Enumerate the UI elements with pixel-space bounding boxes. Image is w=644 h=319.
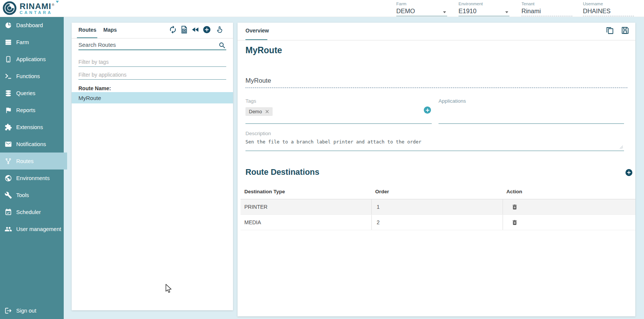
registered-mark: ®: [52, 3, 55, 7]
route-list-item-selected[interactable]: MyRoute: [72, 92, 233, 103]
column-header-action: Action: [503, 184, 635, 199]
logout-icon: [5, 307, 12, 314]
chevron-down-icon: [505, 11, 508, 15]
brand-check-icon: [56, 1, 59, 5]
save-icon[interactable]: [621, 26, 630, 35]
main-content: Routes Maps: [64, 17, 644, 319]
hand-pointer-icon[interactable]: [215, 25, 224, 34]
tag-filter-input[interactable]: [78, 57, 226, 66]
detail-toolbar: [605, 26, 630, 35]
search-field: [78, 40, 226, 50]
sidebar-item-environments[interactable]: Environments: [0, 170, 64, 186]
trash-icon[interactable]: [511, 219, 518, 226]
username-field: Username DHAINES: [583, 2, 634, 16]
refresh-icon[interactable]: [168, 25, 177, 34]
tags-field: Tags Demo: [245, 98, 432, 116]
sidebar-item-notifications[interactable]: Notifications: [0, 136, 64, 153]
server-stack-icon: [5, 39, 12, 46]
add-circle-icon[interactable]: [202, 25, 211, 34]
destinations-table: Destination Type Order Action PRINTER 1 …: [241, 184, 635, 230]
excel-export-icon[interactable]: [179, 25, 189, 34]
tab-overview[interactable]: Overview: [245, 28, 269, 34]
copy-icon[interactable]: [605, 26, 614, 35]
tag-chip: Demo: [245, 107, 273, 116]
sidebar: Dashboard Farm Applications Functions Qu: [0, 17, 64, 319]
brand-subname: CANTARA: [20, 10, 55, 15]
globe-icon: [5, 174, 12, 182]
calendar-check-icon: [5, 208, 12, 216]
farm-select[interactable]: DEMO: [396, 6, 447, 16]
sidebar-item-label: Sign out: [16, 308, 36, 314]
route-list-header: Route Name:: [78, 85, 111, 91]
routes-list-panel: Routes Maps: [72, 23, 233, 310]
brand-name: RINAMI®: [20, 1, 55, 10]
cell-destination-type: PRINTER: [241, 199, 371, 214]
tabs-divider: [238, 40, 635, 40]
sidebar-item-label: Dashboard: [16, 22, 43, 28]
sidebar-item-scheduler[interactable]: Scheduler: [0, 203, 64, 220]
add-destination-icon[interactable]: [625, 168, 633, 177]
sidebar-item-user-management[interactable]: User management: [0, 220, 64, 237]
sidebar-item-label: Environments: [16, 175, 50, 181]
brand-logo: RINAMI® CANTARA: [2, 1, 55, 15]
search-input[interactable]: [78, 40, 218, 49]
brand-swirl-icon: [2, 1, 17, 15]
trash-icon[interactable]: [511, 203, 518, 210]
tab-maps[interactable]: Maps: [103, 27, 117, 33]
farm-field: Farm DEMO: [396, 2, 447, 16]
sidebar-item-label: Reports: [16, 107, 35, 113]
sidebar-item-sign-out[interactable]: Sign out: [0, 302, 64, 319]
page-title: MyRoute: [245, 45, 282, 55]
tag-chip-label: Demo: [249, 109, 262, 114]
sidebar-item-label: Farm: [16, 39, 29, 45]
sidebar-item-reports[interactable]: Reports: [0, 102, 64, 119]
sidebar-item-label: Functions: [16, 73, 40, 79]
sidebar-item-routes[interactable]: Routes: [0, 153, 67, 170]
search-icon[interactable]: [218, 42, 226, 49]
environment-field: Environment E1910: [458, 2, 509, 16]
applications-underline: [439, 123, 624, 124]
application-filter-field: [78, 70, 226, 80]
device-icon: [5, 55, 12, 63]
remove-tag-icon[interactable]: [265, 109, 269, 114]
environment-value: E1910: [458, 6, 509, 16]
sidebar-item-queries[interactable]: Queries: [0, 85, 64, 102]
rewind-icon[interactable]: [191, 25, 200, 34]
route-detail-panel: Overview MyRoute Tags Demo: [238, 23, 635, 316]
description-label: Description: [245, 131, 271, 136]
sidebar-item-label: Extensions: [16, 124, 43, 130]
cell-order: 1: [371, 199, 503, 214]
tag-filter-field: [78, 57, 226, 67]
username-value: DHAINES: [583, 6, 634, 16]
username-label: Username: [583, 2, 634, 6]
route-name-input[interactable]: [245, 76, 627, 88]
table-row: PRINTER 1: [241, 199, 635, 215]
sidebar-item-farm[interactable]: Farm: [0, 34, 64, 51]
applications-field: Applications: [439, 98, 466, 104]
terminal-icon: [5, 72, 12, 80]
tab-routes[interactable]: Routes: [78, 27, 96, 33]
sidebar-item-label: User management: [16, 226, 61, 232]
sidebar-item-label: Notifications: [16, 141, 46, 147]
sidebar-item-tools[interactable]: Tools: [0, 186, 64, 203]
sidebar-item-functions[interactable]: Functions: [0, 68, 64, 85]
cell-action: [503, 199, 635, 214]
farm-value: DEMO: [396, 6, 447, 16]
environment-select[interactable]: E1910: [458, 6, 509, 16]
tags-underline: [245, 123, 432, 124]
add-tag-icon[interactable]: [424, 106, 431, 114]
flag-icon: [5, 106, 12, 114]
sidebar-item-label: Queries: [16, 90, 35, 96]
application-filter-input[interactable]: [78, 70, 226, 79]
sidebar-item-dashboard[interactable]: Dashboard: [0, 17, 64, 34]
sidebar-item-label: Routes: [16, 158, 34, 164]
sidebar-item-applications[interactable]: Applications: [0, 51, 64, 68]
description-textarea[interactable]: Sen the file to a branch label printer a…: [245, 137, 624, 151]
puzzle-icon: [5, 123, 12, 131]
routes-toolbar: [168, 25, 224, 34]
database-icon: [5, 89, 12, 97]
environment-label: Environment: [458, 2, 509, 6]
sidebar-item-extensions[interactable]: Extensions: [0, 119, 64, 136]
sidebar-item-label: Scheduler: [16, 209, 41, 215]
column-header-order: Order: [371, 184, 503, 199]
